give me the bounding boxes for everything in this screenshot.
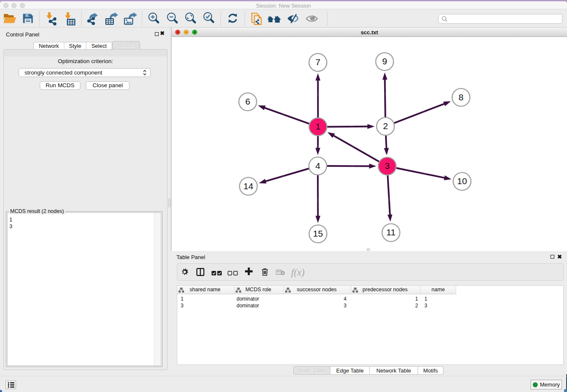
svg-text:1: 1 (316, 121, 321, 131)
svg-text:14: 14 (243, 181, 253, 191)
svg-text:8: 8 (459, 92, 464, 102)
svg-text:15: 15 (313, 229, 323, 238)
svg-text:7: 7 (315, 57, 320, 67)
svg-text:11: 11 (386, 227, 396, 237)
svg-text:9: 9 (382, 56, 387, 66)
svg-text:3: 3 (385, 161, 390, 171)
svg-text:6: 6 (245, 97, 250, 106)
svg-text:2: 2 (383, 121, 388, 131)
svg-text:4: 4 (315, 161, 320, 171)
svg-text:10: 10 (457, 176, 467, 186)
